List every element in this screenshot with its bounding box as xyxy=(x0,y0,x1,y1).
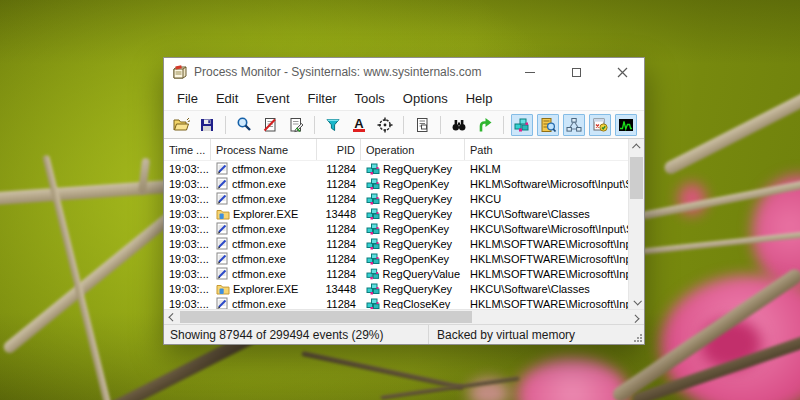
filter-funnel-icon xyxy=(324,116,342,134)
cell-process: ctfmon.exe xyxy=(211,237,317,250)
capture-button[interactable] xyxy=(233,114,255,136)
highlight-icon: A xyxy=(353,118,364,132)
scroll-left-button[interactable] xyxy=(164,310,180,324)
table-row[interactable]: 19:03:... ctfmon.exe 11284 RegQueryValue… xyxy=(164,266,628,281)
registry-icon xyxy=(366,208,380,220)
table-row[interactable]: 19:03:... Explorer.EXE 13448 RegQueryKey… xyxy=(164,206,628,221)
cell-pid: 11284 xyxy=(317,253,361,265)
table-row[interactable]: 19:03:... ctfmon.exe 11284 RegOpenKey HK… xyxy=(164,176,628,191)
table-row[interactable]: 19:03:... ctfmon.exe 11284 RegOpenKey HK… xyxy=(164,221,628,236)
cell-time: 19:03:... xyxy=(164,193,211,205)
cell-path: HKLM xyxy=(465,163,628,175)
cell-pid: 11284 xyxy=(317,268,361,280)
cell-pid: 13448 xyxy=(317,283,361,295)
scroll-up-button[interactable] xyxy=(629,139,644,154)
show-filesystem-toggle[interactable] xyxy=(537,114,559,136)
ctfmon-icon xyxy=(216,267,229,280)
menu-options[interactable]: Options xyxy=(394,88,457,109)
chevron-left-icon xyxy=(168,313,176,321)
ctfmon-icon xyxy=(216,162,229,175)
filter-button[interactable] xyxy=(322,114,344,136)
column-header-process-name[interactable]: Process Name xyxy=(211,139,317,160)
jump-arrow-icon xyxy=(476,116,494,134)
registry-icon xyxy=(366,193,380,205)
cell-pid: 11284 xyxy=(317,298,361,310)
cell-time: 19:03:... xyxy=(164,223,211,235)
show-network-toggle[interactable] xyxy=(563,114,585,136)
cell-time: 19:03:... xyxy=(164,238,211,250)
cell-path: HKLM\SOFTWARE\Microsoft\Input\S xyxy=(465,238,628,250)
cell-path: HKLM\SOFTWARE\Microsoft\Input\S xyxy=(465,268,628,280)
table-row[interactable]: 19:03:... ctfmon.exe 11284 RegQueryKey H… xyxy=(164,161,628,176)
cell-operation: RegQueryKey xyxy=(361,238,465,250)
column-header-path[interactable]: Path xyxy=(465,139,644,160)
find-button[interactable] xyxy=(448,114,470,136)
ctfmon-icon xyxy=(216,222,229,235)
maximize-button[interactable] xyxy=(568,64,584,80)
close-button[interactable] xyxy=(614,64,630,80)
column-header-operation[interactable]: Operation xyxy=(361,139,465,160)
toolbar-separator xyxy=(314,116,315,134)
horizontal-scrollbar[interactable] xyxy=(164,309,644,324)
save-button[interactable] xyxy=(196,114,218,136)
cell-process: ctfmon.exe xyxy=(211,192,317,205)
menu-file[interactable]: File xyxy=(168,88,207,109)
title-bar[interactable]: Process Monitor - Sysinternals: www.sysi… xyxy=(164,58,644,86)
clear-button[interactable] xyxy=(285,114,307,136)
show-registry-toggle[interactable] xyxy=(511,114,533,136)
scroll-down-button[interactable] xyxy=(629,294,644,309)
menu-help[interactable]: Help xyxy=(457,88,502,109)
menu-event[interactable]: Event xyxy=(247,88,298,109)
vertical-scroll-thumb[interactable] xyxy=(630,157,643,199)
table-row[interactable]: 19:03:... ctfmon.exe 11284 RegQueryKey H… xyxy=(164,191,628,206)
chevron-right-icon xyxy=(631,314,639,322)
cell-time: 19:03:... xyxy=(164,178,211,190)
binoculars-icon xyxy=(450,116,468,134)
registry-icon xyxy=(366,163,380,175)
column-header-time[interactable]: Time ... xyxy=(164,139,211,160)
cell-operation: RegQueryKey xyxy=(361,283,465,295)
ctfmon-icon xyxy=(216,297,229,309)
branch xyxy=(0,179,185,206)
vertical-scrollbar[interactable] xyxy=(628,139,644,309)
event-properties-button[interactable] xyxy=(411,114,433,136)
table-row[interactable]: 19:03:... ctfmon.exe 11284 RegQueryKey H… xyxy=(164,236,628,251)
cell-process: ctfmon.exe xyxy=(211,267,317,280)
include-process-button[interactable] xyxy=(374,114,396,136)
maximize-icon xyxy=(572,68,581,77)
procmon-window: Process Monitor - Sysinternals: www.sysi… xyxy=(163,57,645,345)
table-row[interactable]: 19:03:... Explorer.EXE 13448 RegQueryKey… xyxy=(164,281,628,296)
network-activity-icon xyxy=(565,116,583,134)
open-button[interactable] xyxy=(170,114,192,136)
toolbar: A xyxy=(164,110,644,139)
column-header-pid[interactable]: PID xyxy=(317,139,361,160)
explorer-icon xyxy=(216,283,230,295)
registry-icon xyxy=(366,238,380,250)
show-process-toggle[interactable] xyxy=(589,114,611,136)
cell-process: ctfmon.exe xyxy=(211,162,317,175)
menu-edit[interactable]: Edit xyxy=(207,88,247,109)
cell-pid: 11284 xyxy=(317,193,361,205)
cell-path: HKLM\SOFTWARE\Microsoft\Input\S xyxy=(465,298,628,310)
menu-bar: File Edit Event Filter Tools Options Hel… xyxy=(164,86,644,110)
resize-grip[interactable] xyxy=(633,333,642,342)
show-profiling-toggle[interactable] xyxy=(615,114,637,136)
cell-operation: RegQueryValue xyxy=(361,268,465,280)
highlight-button[interactable]: A xyxy=(348,114,370,136)
menu-filter[interactable]: Filter xyxy=(299,88,346,109)
toolbar-separator xyxy=(225,116,226,134)
autoscroll-button[interactable] xyxy=(259,114,281,136)
cell-pid: 11284 xyxy=(317,178,361,190)
jump-to-button[interactable] xyxy=(474,114,496,136)
cell-process: Explorer.EXE xyxy=(211,208,317,220)
registry-icon xyxy=(366,178,380,190)
horizontal-scroll-thumb[interactable] xyxy=(180,311,472,323)
cell-pid: 11284 xyxy=(317,223,361,235)
table-row[interactable]: 19:03:... ctfmon.exe 11284 RegCloseKey H… xyxy=(164,296,628,309)
cell-time: 19:03:... xyxy=(164,253,211,265)
scroll-right-button[interactable] xyxy=(628,310,644,324)
menu-tools[interactable]: Tools xyxy=(346,88,394,109)
minimize-button[interactable] xyxy=(522,64,538,80)
table-row[interactable]: 19:03:... ctfmon.exe 11284 RegOpenKey HK… xyxy=(164,251,628,266)
cell-process: ctfmon.exe xyxy=(211,252,317,265)
